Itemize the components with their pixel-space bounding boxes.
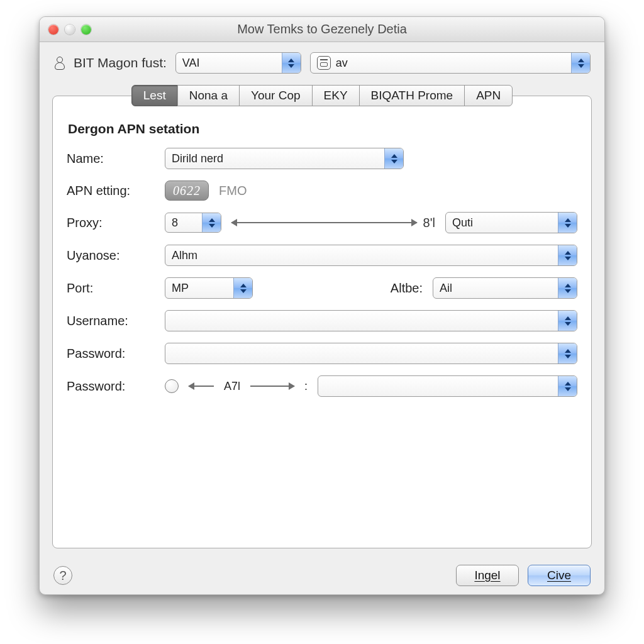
topbar-primary-value: VAI bbox=[182, 57, 277, 70]
cancel-label: Ingel bbox=[474, 569, 500, 582]
close-window-button[interactable] bbox=[48, 25, 58, 35]
stepper-icon bbox=[558, 311, 577, 331]
window-title: Mow Temks to Gezenely Detia bbox=[40, 22, 604, 36]
topbar-secondary-select[interactable]: av bbox=[310, 52, 591, 74]
tab-nona[interactable]: Nona a bbox=[177, 85, 240, 106]
name-label: Name: bbox=[67, 152, 155, 166]
ok-label: Cive bbox=[547, 569, 571, 582]
device-icon bbox=[317, 56, 331, 70]
row-name: Name: Dirild nerd bbox=[67, 148, 577, 169]
dialog-footer: ? Ingel Cive bbox=[40, 557, 604, 594]
zoom-window-button[interactable] bbox=[81, 25, 91, 35]
stepper-icon bbox=[558, 343, 577, 364]
tab-label: BIQATH Prome bbox=[371, 89, 453, 103]
row-username: Username: bbox=[67, 310, 577, 331]
uyanose-select[interactable]: Alhm bbox=[165, 245, 577, 266]
cancel-button[interactable]: Ingel bbox=[456, 565, 519, 586]
username-label: Username: bbox=[67, 314, 155, 328]
tab-label: Nona a bbox=[189, 89, 228, 103]
tab-yourcop[interactable]: Your Cop bbox=[239, 85, 313, 106]
password2-field[interactable] bbox=[318, 375, 577, 397]
row-proxy: Proxy: 8 8'l Quti bbox=[67, 212, 577, 233]
tab-lest[interactable]: Lest bbox=[131, 85, 178, 106]
stepper-icon bbox=[558, 213, 577, 233]
password2-input[interactable] bbox=[325, 380, 553, 393]
username-field[interactable] bbox=[165, 310, 577, 331]
row-port: Port: MP Altbe: Ail bbox=[67, 277, 577, 299]
topbar: BIT Magon fust: VAI av bbox=[40, 42, 604, 79]
apn-etting-badge: 0622 bbox=[165, 180, 209, 201]
help-button[interactable]: ? bbox=[53, 566, 72, 585]
double-arrow-icon bbox=[231, 222, 417, 223]
password1-field[interactable] bbox=[165, 343, 577, 364]
stepper-icon bbox=[558, 245, 577, 265]
username-input[interactable] bbox=[172, 314, 553, 328]
password2-radio[interactable] bbox=[165, 379, 179, 393]
arrow-right-icon bbox=[250, 386, 294, 387]
topbar-secondary-value: av bbox=[336, 57, 566, 70]
proxy-range: 8'l bbox=[231, 216, 435, 230]
tab-label: Your Cop bbox=[251, 89, 301, 103]
arrow-left-icon bbox=[189, 386, 214, 387]
proxy-target-select[interactable]: Quti bbox=[445, 212, 577, 233]
altbe-select[interactable]: Ail bbox=[433, 277, 577, 299]
stepper-icon bbox=[384, 148, 403, 169]
person-icon bbox=[53, 57, 65, 69]
row-password-2: Password: A7l : bbox=[67, 375, 577, 397]
password1-input[interactable] bbox=[172, 347, 553, 360]
proxy-label: Proxy: bbox=[67, 216, 155, 230]
password2-slider-text: A7l bbox=[224, 380, 240, 393]
stepper-icon bbox=[233, 278, 252, 298]
password1-label: Password: bbox=[67, 347, 155, 361]
row-password-1: Password: bbox=[67, 343, 577, 364]
ok-button[interactable]: Cive bbox=[528, 565, 591, 586]
tabs-container: Lest Nona a Your Cop EKY BIQATH Prome AP… bbox=[52, 85, 592, 548]
minimize-window-button[interactable] bbox=[65, 25, 75, 35]
traffic-lights bbox=[48, 25, 91, 35]
tab-label: EKY bbox=[324, 89, 348, 103]
apn-etting-label: APN etting: bbox=[67, 184, 155, 198]
row-uyanose: Uyanose: Alhm bbox=[67, 245, 577, 266]
port-select[interactable]: MP bbox=[165, 277, 253, 299]
proxy-range-label: 8'l bbox=[423, 216, 435, 230]
titlebar: Mow Temks to Gezenely Detia bbox=[40, 17, 604, 42]
tab-apn[interactable]: APN bbox=[464, 85, 513, 106]
uyanose-value: Alhm bbox=[172, 249, 553, 262]
stepper-icon bbox=[282, 53, 301, 73]
tab-bioath[interactable]: BIQATH Prome bbox=[359, 85, 465, 106]
tab-eky[interactable]: EKY bbox=[312, 85, 360, 106]
topbar-primary-select[interactable]: VAI bbox=[175, 52, 301, 74]
stepper-icon bbox=[558, 376, 577, 396]
section-title: Dergon APN setation bbox=[68, 121, 577, 136]
altbe-value: Ail bbox=[440, 282, 553, 295]
uyanose-label: Uyanose: bbox=[67, 248, 155, 263]
proxy-value: 8 bbox=[172, 216, 197, 230]
tabbar: Lest Nona a Your Cop EKY BIQATH Prome AP… bbox=[52, 85, 592, 106]
tab-panel: Dergon APN setation Name: Dirild nerd AP… bbox=[52, 96, 592, 548]
stepper-icon bbox=[571, 53, 590, 73]
proxy-target-value: Quti bbox=[452, 216, 553, 230]
stepper-icon bbox=[558, 278, 577, 298]
tab-label: Lest bbox=[143, 89, 166, 103]
tab-label: APN bbox=[476, 89, 501, 103]
topbar-label: BIT Magon fust: bbox=[74, 55, 167, 70]
port-value: MP bbox=[172, 282, 228, 295]
port-label: Port: bbox=[67, 281, 155, 296]
proxy-stepper[interactable]: 8 bbox=[165, 213, 221, 233]
password2-label: Password: bbox=[67, 379, 155, 394]
altbe-label: Altbe: bbox=[391, 281, 423, 296]
password2-colon: : bbox=[304, 380, 308, 393]
name-value: Dirild nerd bbox=[172, 152, 379, 165]
dialog-window: Mow Temks to Gezenely Detia BIT Magon fu… bbox=[39, 16, 605, 595]
row-apn-etting: APN etting: 0622 FMO bbox=[67, 180, 577, 201]
apn-etting-suffix: FMO bbox=[219, 184, 247, 198]
name-select[interactable]: Dirild nerd bbox=[165, 148, 404, 169]
stepper-icon bbox=[202, 213, 221, 232]
help-icon: ? bbox=[59, 569, 66, 583]
